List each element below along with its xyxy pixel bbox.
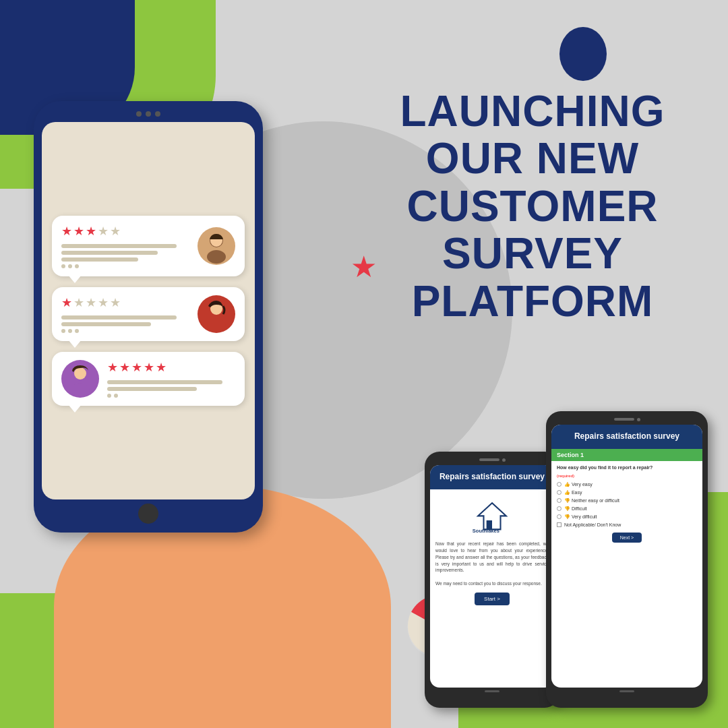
survey-intro-text: Now that your recent repair has been com… <box>435 541 549 586</box>
star-2-1: ★ <box>61 295 72 310</box>
phone-bottom <box>430 690 554 692</box>
camera-dot3 <box>155 111 160 117</box>
phone-speaker-2 <box>614 418 634 421</box>
phone-top-bar-2 <box>551 418 702 421</box>
star-1-2: ★ <box>73 224 84 239</box>
option-very-difficult[interactable]: 👎 Very difficult <box>551 513 702 521</box>
phone-camera <box>42 111 255 117</box>
star-2-3: ★ <box>86 295 96 310</box>
review-card-3: ★ ★ ★ ★ ★ <box>52 352 245 406</box>
star-1-5: ★ <box>110 224 121 239</box>
option-label: 👍 Easy <box>564 490 582 495</box>
phone-home-button[interactable] <box>138 504 158 524</box>
survey-title-2: Repairs satisfaction survey <box>574 431 679 441</box>
star-3-5: ★ <box>156 360 166 375</box>
star-1-1: ★ <box>61 224 72 239</box>
option-very-easy[interactable]: 👍 Very easy <box>551 481 702 489</box>
avatar-2 <box>198 295 235 333</box>
section-header: Section 1 <box>551 449 702 461</box>
review-dot <box>107 394 111 398</box>
review-dots-1 <box>61 264 189 268</box>
phone-illustration-left: ★ ★ ★ ★ ★ <box>34 101 290 573</box>
nav-bar-2 <box>619 690 634 692</box>
phone-frame: ★ ★ ★ ★ ★ <box>34 101 263 533</box>
phone-speaker <box>479 458 499 461</box>
phone-mock-survey-section: Repairs satisfaction survey Section 1 Ho… <box>546 411 708 708</box>
star-1-4: ★ <box>98 224 109 239</box>
svg-text:Southlakes: Southlakes <box>473 528 499 534</box>
start-button[interactable]: Start > <box>475 593 510 605</box>
option-label: Not Applicable/ Don't Know <box>564 522 621 527</box>
option-difficult[interactable]: 👎 Difficult <box>551 505 702 513</box>
svg-point-6 <box>207 318 226 332</box>
required-text: (required) <box>557 474 574 478</box>
option-label: 👎 Very difficult <box>564 514 597 520</box>
star-3-2: ★ <box>119 360 130 375</box>
camera-dot2 <box>146 111 151 117</box>
stars-row-1: ★ ★ ★ ★ ★ <box>61 224 189 239</box>
survey-body-1: Southlakes HOUSING Now that your recent … <box>430 489 554 611</box>
radio-difficult[interactable] <box>557 506 562 511</box>
review-dots-2 <box>61 329 189 333</box>
review-line <box>61 257 138 262</box>
survey-header-2: Repairs satisfaction survey <box>551 425 702 449</box>
review-left-2: ★ ★ ★ ★ ★ <box>61 295 189 333</box>
survey-intro-screen: Repairs satisfaction survey Southlakes H… <box>430 465 554 688</box>
review-lines-2 <box>61 315 189 326</box>
phone-bottom-2 <box>551 690 702 692</box>
phones-right-group: Repairs satisfaction survey Southlakes H… <box>425 411 708 708</box>
title-line3: CUSTOMER SURVEY <box>406 182 658 278</box>
main-canvas: LAUNCHING OUR NEW CUSTOMER SURVEY PLATFO… <box>0 0 728 728</box>
stars-row-2: ★ ★ ★ ★ ★ <box>61 295 189 310</box>
radio-easy[interactable] <box>557 490 562 495</box>
review-left-3: ★ ★ ★ ★ ★ <box>107 360 235 398</box>
camera-dot1 <box>136 111 142 117</box>
star-2-5: ★ <box>110 295 121 310</box>
option-easy[interactable]: 👍 Easy <box>551 489 702 497</box>
review-line <box>61 251 158 255</box>
radio-neither[interactable] <box>557 498 562 503</box>
avatar-1 <box>198 227 235 265</box>
option-neither[interactable]: 👎 Neither easy or difficult <box>551 497 702 505</box>
checkbox-not-applicable[interactable] <box>557 522 562 527</box>
option-label: 👎 Difficult <box>564 506 587 512</box>
review-dots-3 <box>107 394 235 398</box>
southlakes-logo: Southlakes HOUSING <box>435 500 549 536</box>
nav-bar <box>485 690 499 692</box>
survey-section-screen: Repairs satisfaction survey Section 1 Ho… <box>551 425 702 688</box>
review-dot <box>68 264 72 268</box>
red-star-decoration: ★ <box>351 249 377 284</box>
section-label: Section 1 <box>557 452 584 458</box>
star-2-4: ★ <box>98 295 109 310</box>
radio-very-easy[interactable] <box>557 482 562 487</box>
radio-very-difficult[interactable] <box>557 514 562 519</box>
survey-title-1: Repairs satisfaction survey <box>439 472 545 481</box>
avatar-3 <box>61 360 99 398</box>
star-3-4: ★ <box>144 360 154 375</box>
option-label: 👍 Very easy <box>564 482 593 487</box>
review-card-1: ★ ★ ★ ★ ★ <box>52 216 245 276</box>
review-dot <box>68 329 72 333</box>
phone-camera-dot-2 <box>637 418 640 421</box>
review-card-2: ★ ★ ★ ★ ★ <box>52 287 245 341</box>
phone-camera-dot <box>502 458 506 462</box>
review-line <box>107 380 222 384</box>
star-3-1: ★ <box>107 360 118 375</box>
review-dot <box>114 394 118 398</box>
review-dot <box>75 264 79 268</box>
svg-point-9 <box>71 383 90 396</box>
title-line2: OUR NEW <box>426 134 639 183</box>
review-lines-1 <box>61 244 189 262</box>
star-1-3: ★ <box>86 224 96 239</box>
title-line1: LAUNCHING <box>400 87 665 135</box>
review-left-1: ★ ★ ★ ★ ★ <box>61 224 189 268</box>
review-line <box>61 322 151 326</box>
main-title: LAUNCHING OUR NEW CUSTOMER SURVEY PLATFO… <box>377 88 688 325</box>
review-dot <box>75 329 79 333</box>
option-label: 👎 Neither easy or difficult <box>564 498 619 504</box>
svg-point-8 <box>74 367 86 380</box>
bg-blue-dot <box>559 27 607 81</box>
star-3-3: ★ <box>131 360 142 375</box>
option-not-applicable[interactable]: Not Applicable/ Don't Know <box>551 521 702 528</box>
next-button[interactable]: Next > <box>612 533 642 543</box>
